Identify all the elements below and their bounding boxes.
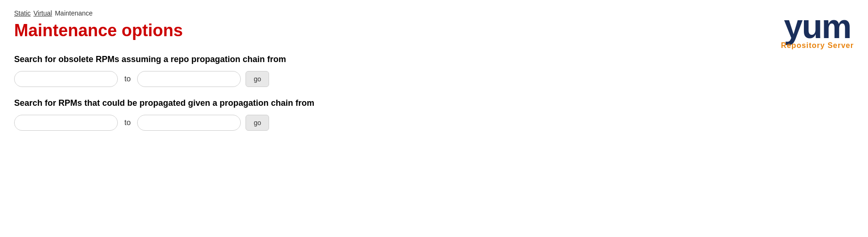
logo-yum: yum: [781, 9, 854, 43]
logo-subtitle: Repository Server: [781, 41, 854, 50]
logo-container: yum Repository Server: [781, 9, 854, 50]
propagated-from-input[interactable]: [14, 115, 118, 131]
main-container: Static Virtual Maintenance Maintenance o…: [0, 0, 868, 151]
obsolete-to-label: to: [124, 75, 131, 83]
page-title: Maintenance options: [14, 21, 854, 40]
obsolete-from-input[interactable]: [14, 71, 118, 87]
obsolete-go-button[interactable]: go: [246, 71, 269, 87]
breadcrumb-static[interactable]: Static: [14, 9, 31, 17]
section-obsolete-heading: Search for obsolete RPMs assuming a repo…: [14, 55, 854, 64]
section-propagated-rpms: Search for RPMs that could be propagated…: [14, 98, 854, 131]
obsolete-to-input[interactable]: [137, 71, 241, 87]
propagated-go-button[interactable]: go: [246, 115, 269, 131]
breadcrumb: Static Virtual Maintenance: [14, 9, 854, 17]
form-row-obsolete: to go: [14, 71, 854, 87]
form-row-propagated: to go: [14, 115, 854, 131]
propagated-to-label: to: [124, 118, 131, 127]
propagated-to-input[interactable]: [137, 115, 241, 131]
breadcrumb-virtual[interactable]: Virtual: [33, 9, 52, 17]
section-obsolete-rpms: Search for obsolete RPMs assuming a repo…: [14, 55, 854, 87]
breadcrumb-maintenance: Maintenance: [55, 9, 92, 17]
section-propagated-heading: Search for RPMs that could be propagated…: [14, 98, 854, 108]
